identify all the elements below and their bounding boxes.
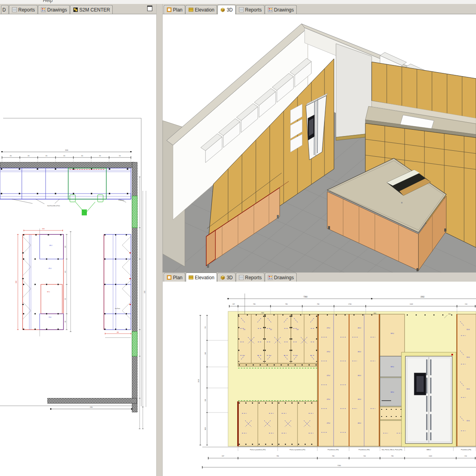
svg-text:Prateleiras (P4): Prateleiras (P4) <box>328 449 339 451</box>
tab-drawings-elevpane[interactable]: Drawings <box>265 273 297 282</box>
svg-text:640: 640 <box>65 271 66 273</box>
reports-icon <box>239 275 244 280</box>
svg-text:Prateleiras: Prateleiras <box>119 200 125 201</box>
svg-text:780: 780 <box>317 303 319 305</box>
svg-text:Porta e prateleira (P2): Porta e prateleira (P2) <box>250 449 266 451</box>
svg-text:1003: 1003 <box>429 455 432 457</box>
svg-text:461.4: 461.4 <box>358 399 361 400</box>
tab-label: Plan <box>173 275 182 280</box>
svg-text:119.4: 119.4 <box>466 329 470 330</box>
tab-label: Reports <box>245 275 262 280</box>
svg-text:450: 450 <box>63 155 65 157</box>
svg-text:348: 348 <box>205 352 206 355</box>
svg-text:150: 150 <box>465 303 467 305</box>
elevation-fridge <box>401 352 456 447</box>
tab-label: Drawings <box>274 275 294 280</box>
svg-text:Gav,Forno,Micro,Porta: Gav,Forno,Micro,Porta <box>47 205 60 207</box>
svg-text:461.4: 461.4 <box>358 351 361 353</box>
plan-island: 1040 2440 620 640 740 400 461.4 475.4 98… <box>15 228 71 336</box>
tab-s2m-center[interactable]: S2M CENTER <box>70 5 113 14</box>
tab-3d-3dpane[interactable]: 3D <box>217 5 235 14</box>
svg-text:450: 450 <box>46 155 48 157</box>
svg-text:680: 680 <box>117 332 119 333</box>
svg-text:987.4: 987.4 <box>391 366 394 368</box>
tab-elevation-3dpane[interactable]: Elevation <box>186 5 217 14</box>
svg-text:153: 153 <box>296 329 298 330</box>
pane-divider[interactable] <box>156 4 163 476</box>
tab-3d-elevpane[interactable]: 3D <box>217 273 235 282</box>
svg-text:187: 187 <box>222 455 224 457</box>
drawings-icon <box>41 7 46 12</box>
tab-label: Reports <box>245 7 262 13</box>
svg-text:600: 600 <box>374 313 376 314</box>
tab-drawings-left[interactable]: Drawings <box>38 5 70 14</box>
plan-bottom-dims: 2330 3620 <box>50 177 146 429</box>
tab-label: S2M CENTER <box>79 7 110 13</box>
svg-text:450: 450 <box>99 155 101 157</box>
svg-text:Prateleiras (P4): Prateleiras (P4) <box>359 449 370 451</box>
svg-text:780: 780 <box>285 303 288 305</box>
drawings-icon <box>268 7 273 12</box>
tab-label: Elevation <box>195 7 214 13</box>
svg-text:400: 400 <box>65 321 66 322</box>
svg-text:151: 151 <box>243 329 245 330</box>
tab-label: Reports <box>18 7 35 13</box>
svg-text:119.4: 119.4 <box>466 420 470 422</box>
svg-text:2330: 2330 <box>90 407 92 408</box>
svg-text:620: 620 <box>65 246 66 248</box>
cube-3d-icon <box>220 275 225 280</box>
tab-elevation-elevpane[interactable]: Elevation <box>186 273 217 282</box>
elevation-right-cabinets: 119.4 119.4 119.4 119.4 <box>457 314 476 446</box>
right-bottom-tabbar: Plan Elevation 3D Reports Drawings <box>163 273 476 282</box>
svg-text:780: 780 <box>391 455 393 457</box>
maximize-icon[interactable] <box>147 6 152 11</box>
svg-text:1010: 1010 <box>205 427 206 430</box>
svg-text:7360: 7360 <box>303 296 308 298</box>
svg-text:780: 780 <box>253 303 255 305</box>
menu-help[interactable]: Help <box>43 0 53 3</box>
svg-text:2440: 2440 <box>15 280 17 283</box>
tab-plan-3dpane[interactable]: Plan <box>164 5 185 14</box>
drawings-icon <box>268 275 273 280</box>
svg-text:461.4: 461.4 <box>358 327 361 329</box>
svg-text:461.4: 461.4 <box>358 422 361 424</box>
svg-text:475.4: 475.4 <box>327 375 330 376</box>
svg-text:450: 450 <box>81 155 83 157</box>
svg-text:3580: 3580 <box>65 150 68 151</box>
application-window: Help D Reports Drawings S2M CENTER <box>0 0 476 476</box>
elevation-appliance-stack: 987.4 987.4 987.4 <box>380 314 405 446</box>
svg-text:Gav, Forno, Micro, Porta (P4): Gav, Forno, Micro, Porta (P4) <box>382 449 403 451</box>
svg-text:550: 550 <box>119 155 121 157</box>
elevation-cabinet-labels: Porta e prateleira (P2) Porta e pratelei… <box>238 447 476 451</box>
reports-icon <box>12 7 17 12</box>
tab-reports-left[interactable]: Reports <box>9 5 38 14</box>
tab-drawings-3dpane[interactable]: Drawings <box>265 5 297 14</box>
elevation-upper-cabinets: 151 152 153 <box>238 314 317 368</box>
svg-text:770: 770 <box>205 326 206 329</box>
svg-text:3620: 3620 <box>144 290 146 293</box>
tab-3d-left-partial[interactable]: D <box>1 5 9 14</box>
svg-text:600: 600 <box>261 312 264 314</box>
svg-text:119.4: 119.4 <box>49 317 52 318</box>
plan-top-dims: 3580 450 450 450 450 450 450 550 <box>2 150 132 162</box>
svg-text:987.4: 987.4 <box>391 392 394 393</box>
3d-viewport[interactable] <box>163 14 476 273</box>
svg-text:152: 152 <box>270 329 272 330</box>
svg-text:780: 780 <box>276 455 279 457</box>
svg-text:740: 740 <box>363 455 366 457</box>
elevation-icon <box>188 275 194 280</box>
svg-text:450: 450 <box>28 155 30 157</box>
tab-reports-3dpane[interactable]: Reports <box>236 5 265 14</box>
s2m-center-icon <box>73 7 78 12</box>
tab-plan-elevpane[interactable]: Plan <box>164 273 185 282</box>
svg-text:987.4: 987.4 <box>47 291 50 293</box>
tab-label: Drawings <box>47 7 67 13</box>
elevation-canvas[interactable]: 7360 1502 187 780 780 780 1760 1003 150 … <box>163 282 476 476</box>
plan-canvas[interactable]: 3580 450 450 450 450 450 450 550 <box>0 14 156 476</box>
tab-label: Drawings <box>274 7 294 13</box>
elevation-bottom-dims: 187 780 780 740 780 1003 150 7580 <box>202 455 476 468</box>
plan-upper-cabinets: Gav,Forno,Micro,Porta Prateleiras <box>0 168 131 215</box>
elevation-icon <box>188 7 194 12</box>
tab-reports-elevpane[interactable]: Reports <box>236 273 265 282</box>
svg-text:187: 187 <box>232 303 235 305</box>
